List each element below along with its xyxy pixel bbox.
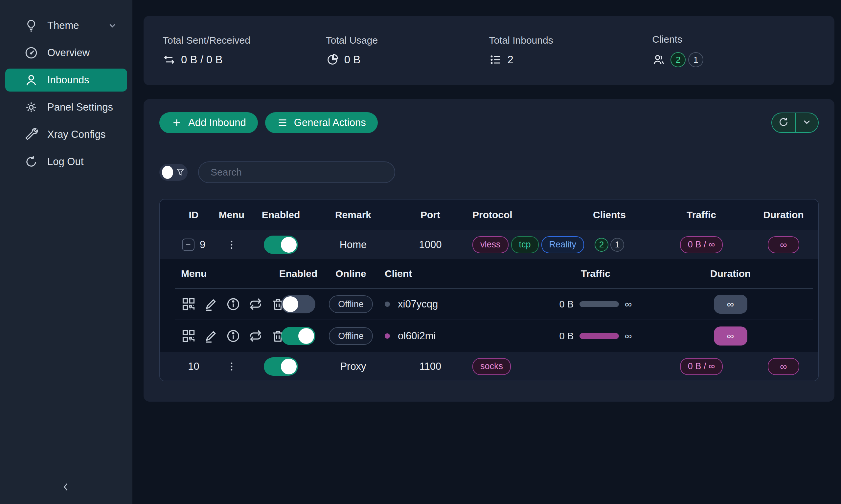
filter-icon — [176, 168, 185, 177]
refresh-icon — [778, 117, 789, 129]
search-input[interactable] — [198, 161, 395, 183]
plus-icon — [171, 117, 182, 128]
chevron-left-icon — [60, 481, 71, 494]
gauge-icon — [24, 46, 38, 60]
inbound-port: 1000 — [394, 239, 466, 251]
tools-icon — [24, 128, 38, 141]
stat-label: Clients — [652, 34, 816, 45]
sidebar-item-label: Overview — [47, 47, 90, 59]
client-traffic-used: 0 B — [560, 299, 574, 310]
toolbar: Add Inbound General Actions — [159, 112, 819, 146]
clients-online-badge: 2 — [670, 52, 686, 67]
clients-total-badge: 1 — [688, 52, 703, 67]
sidebar-item-label: Theme — [47, 20, 79, 32]
qr-code-button[interactable] — [181, 328, 196, 344]
client-enabled-toggle[interactable] — [281, 327, 315, 345]
logout-icon — [24, 155, 38, 169]
reset-traffic-button[interactable] — [248, 328, 263, 344]
stat-label: Total Sent/Received — [162, 35, 326, 46]
users-icon — [652, 53, 665, 66]
client-header-enabled: Enabled — [274, 268, 323, 279]
sidebar-item-xray-configs[interactable]: Xray Configs — [5, 123, 127, 146]
client-color-dot — [385, 334, 390, 339]
client-row: Offline ol60i2mi 0 B ∞ — [175, 320, 813, 352]
arrows-swap-icon — [162, 53, 176, 66]
inbound-duration-badge: ∞ — [768, 236, 799, 253]
edit-button[interactable] — [203, 328, 219, 344]
stat-value: 2 — [508, 53, 513, 66]
sidebar-item-log-out[interactable]: Log Out — [5, 150, 127, 173]
sidebar-item-theme[interactable]: Theme — [5, 14, 127, 37]
inbound-traffic-badge: 0 B / ∞ — [680, 236, 723, 253]
header-remark: Remark — [312, 209, 394, 220]
client-enabled-toggle[interactable] — [281, 295, 315, 313]
general-actions-button[interactable]: General Actions — [265, 112, 378, 133]
stat-total-inbounds: Total Inbounds 2 — [489, 35, 652, 66]
header-menu: Menu — [213, 209, 250, 220]
sidebar-item-label: Panel Settings — [47, 102, 113, 113]
header-id: ID — [160, 209, 213, 220]
inbound-traffic-badge: 0 B / ∞ — [680, 358, 723, 375]
add-inbound-button[interactable]: Add Inbound — [159, 112, 258, 133]
stat-label: Total Usage — [326, 35, 489, 46]
stat-label: Total Inbounds — [489, 35, 652, 46]
client-header-duration: Duration — [648, 268, 813, 279]
filter-toggle[interactable] — [159, 164, 188, 181]
clients-subtable-header: Menu Enabled Online Client Traffic Durat… — [175, 259, 813, 289]
refresh-button[interactable] — [772, 113, 795, 132]
stat-clients: Clients 2 1 — [652, 34, 816, 67]
row-menu-button[interactable] — [224, 237, 239, 252]
chevron-down-icon — [107, 21, 117, 31]
stats-card: Total Sent/Received 0 B / 0 B Total Usag… — [143, 16, 835, 85]
qr-code-button[interactable] — [181, 296, 196, 312]
sidebar-item-label: Log Out — [47, 156, 83, 168]
client-traffic-limit: ∞ — [625, 330, 632, 342]
sidebar-item-label: Xray Configs — [47, 129, 105, 141]
inbound-enabled-toggle[interactable] — [264, 357, 298, 376]
header-enabled: Enabled — [250, 209, 312, 220]
main-content: Total Sent/Received 0 B / 0 B Total Usag… — [132, 0, 841, 504]
stat-value: 0 B — [344, 53, 361, 66]
client-online-status: Offline — [329, 327, 373, 345]
add-inbound-label: Add Inbound — [188, 117, 246, 129]
client-header-client: Client — [379, 268, 543, 279]
inbound-id: 10 — [188, 361, 199, 373]
filter-toggle-knob — [162, 166, 173, 179]
sidebar-item-label: Inbounds — [47, 74, 89, 86]
collapse-row-button[interactable] — [182, 238, 194, 251]
sidebar-collapse-button[interactable] — [55, 477, 76, 498]
sidebar-item-inbounds[interactable]: Inbounds — [5, 69, 127, 92]
bulb-icon — [24, 19, 38, 33]
client-header-traffic: Traffic — [543, 268, 648, 279]
inbound-enabled-toggle[interactable] — [264, 236, 298, 254]
reset-traffic-button[interactable] — [248, 296, 263, 312]
client-row: Offline xi07ycqg 0 B ∞ — [175, 289, 813, 320]
stat-total-usage: Total Usage 0 B — [326, 35, 489, 66]
client-traffic-used: 0 B — [560, 331, 574, 342]
app-root: Theme Overview Inbounds Panel Settings — [0, 0, 841, 504]
sidebar-item-overview[interactable]: Overview — [5, 41, 127, 64]
client-traffic-bar — [580, 301, 619, 307]
info-button[interactable] — [226, 328, 241, 344]
stat-total-sent-received: Total Sent/Received 0 B / 0 B — [162, 35, 326, 66]
inbound-port: 1100 — [394, 361, 466, 373]
sidebar: Theme Overview Inbounds Panel Settings — [0, 0, 132, 504]
protocol-badge: vless — [473, 236, 509, 253]
client-online-status: Offline — [329, 295, 373, 313]
list-icon — [489, 53, 502, 66]
inbound-id: 9 — [200, 239, 205, 251]
header-clients: Clients — [565, 209, 654, 220]
sidebar-item-panel-settings[interactable]: Panel Settings — [5, 96, 127, 119]
row-menu-button[interactable] — [224, 359, 239, 374]
header-duration: Duration — [749, 209, 818, 220]
edit-button[interactable] — [203, 296, 219, 312]
refresh-options-button[interactable] — [795, 113, 818, 132]
header-traffic: Traffic — [654, 209, 749, 220]
header-port: Port — [394, 209, 466, 220]
info-button[interactable] — [226, 296, 241, 312]
user-icon — [24, 73, 38, 87]
clients-count-badge: 2 — [595, 238, 608, 252]
inbounds-panel: Add Inbound General Actions — [143, 99, 835, 402]
clients-subtable: Menu Enabled Online Client Traffic Durat… — [160, 259, 818, 352]
refresh-split-button — [771, 112, 819, 133]
